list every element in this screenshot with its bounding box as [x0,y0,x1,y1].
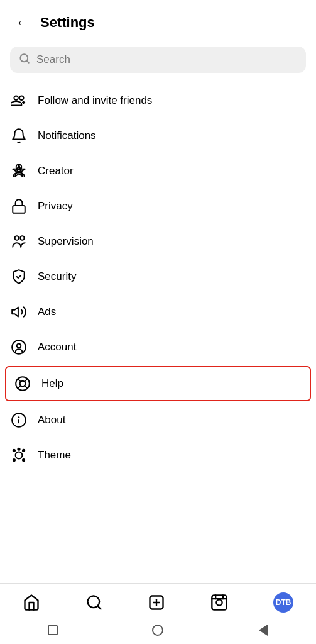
nav-item-create[interactable] [140,591,173,614]
menu-item-creator[interactable]: Creator [0,153,316,189]
svg-point-23 [23,459,25,461]
menu-item-notifications[interactable]: Notifications [0,118,316,153]
svg-point-22 [13,459,15,461]
search-container [0,40,316,83]
menu-item-account-label: Account [38,341,76,353]
svg-line-1 [26,60,28,62]
menu-item-ads-label: Ads [38,306,56,318]
search-icon [19,53,30,67]
menu-item-supervision[interactable]: Supervision [0,224,316,259]
menu-item-notifications-label: Notifications [38,130,96,142]
svg-line-11 [18,379,21,382]
follow-icon [10,92,28,109]
svg-line-14 [18,386,21,389]
svg-point-18 [16,452,23,459]
svg-rect-3 [13,206,25,213]
menu-item-security[interactable]: Security [0,259,316,294]
svg-point-19 [13,450,15,452]
svg-rect-29 [212,595,227,609]
menu-item-account[interactable]: Account [0,330,316,365]
security-icon [10,268,28,286]
svg-point-21 [23,450,25,452]
menu-item-help-label: Help [41,377,63,390]
theme-icon [10,447,28,464]
supervision-icon [10,233,28,250]
system-home-button[interactable] [150,623,165,638]
lock-icon [10,197,28,215]
menu-item-privacy[interactable]: Privacy [0,189,316,224]
menu-list: Follow and invite friends Notifications … [0,83,316,473]
avatar: DTB [273,592,293,613]
home-icon [23,594,40,611]
system-bar [0,618,316,644]
nav-item-home[interactable] [15,591,48,614]
nav-item-search[interactable] [78,591,111,614]
back-button[interactable]: ← [10,10,35,35]
system-back-button[interactable] [256,623,271,638]
back-arrow-icon: ← [16,14,30,31]
svg-point-4 [15,236,19,240]
svg-point-5 [20,236,24,240]
nav-item-reels[interactable] [203,591,236,614]
bottom-nav: DTB [0,583,316,644]
page-title: Settings [40,14,95,31]
menu-item-follow[interactable]: Follow and invite friends [0,83,316,118]
menu-item-creator-label: Creator [38,165,74,177]
nav-item-profile[interactable]: DTB [266,590,301,615]
svg-line-12 [25,386,28,389]
menu-item-about[interactable]: About [0,402,316,438]
menu-item-supervision-label: Supervision [38,235,94,248]
reels-icon [210,594,228,611]
svg-point-7 [12,340,26,354]
plus-icon [148,594,165,611]
svg-point-8 [17,344,21,348]
triangle-icon [259,625,268,636]
header: ← Settings [0,0,316,40]
menu-item-security-label: Security [38,270,76,283]
search-bar[interactable] [10,47,306,73]
menu-item-about-label: About [38,414,65,426]
menu-item-help[interactable]: Help [5,366,311,401]
bottom-nav-items: DTB [0,584,316,618]
menu-item-theme[interactable]: Theme [0,438,316,473]
svg-line-25 [97,606,101,609]
search-input[interactable] [36,53,297,66]
menu-item-follow-label: Follow and invite friends [38,94,152,107]
menu-item-privacy-label: Privacy [38,200,73,213]
ads-icon [10,303,28,321]
square-icon [48,625,58,635]
creator-icon [10,162,28,180]
bell-icon [10,127,28,145]
svg-line-13 [25,379,28,382]
menu-item-theme-label: Theme [38,449,71,462]
system-square-button[interactable] [45,623,60,638]
svg-point-20 [18,448,19,450]
svg-marker-6 [12,307,18,316]
svg-point-30 [217,599,222,605]
account-icon [10,338,28,356]
circle-icon [152,625,163,636]
menu-item-ads[interactable]: Ads [0,294,316,330]
search-nav-icon [85,594,103,611]
info-icon [10,411,28,429]
help-icon [14,375,31,392]
